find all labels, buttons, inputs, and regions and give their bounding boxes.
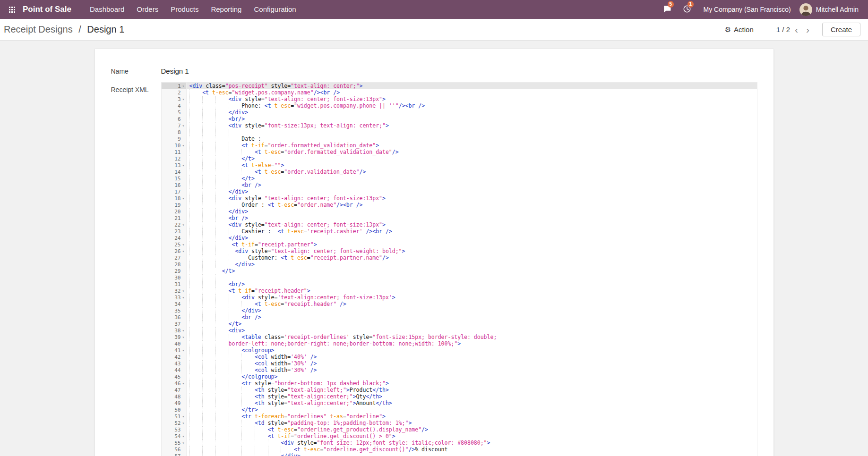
fold-icon[interactable]: ▾ (181, 434, 186, 439)
editor-line[interactable]: 5</div> (162, 109, 757, 116)
editor-line[interactable]: 54▾<t t-if="orderline.get_discount() > 0… (162, 433, 757, 439)
line-number[interactable]: 48 (162, 393, 187, 400)
editor-line[interactable]: 31<br/> (162, 281, 757, 287)
editor-line[interactable]: 50</tr> (162, 406, 757, 413)
line-number[interactable]: 14 (162, 169, 187, 175)
line-number[interactable]: 18▾ (162, 195, 187, 202)
line-number[interactable]: 41▾ (162, 347, 187, 354)
editor-line[interactable]: 28 </div> (162, 261, 757, 268)
line-number[interactable]: 4 (162, 102, 187, 109)
editor-line[interactable]: 9Date : (162, 135, 757, 142)
breadcrumb-parent[interactable]: Receipt Designs (4, 24, 73, 34)
fold-icon[interactable]: ▾ (181, 348, 186, 353)
editor-line[interactable]: 14<t t-esc="order.validation_date"/> (162, 169, 757, 175)
editor-line[interactable]: 55▾<div style="font-size: 12px;font-styl… (162, 439, 757, 446)
fold-icon[interactable]: ▾ (181, 289, 186, 293)
line-number[interactable]: 6 (162, 116, 187, 122)
editor-line[interactable]: 42<col width='40%' /> (162, 354, 757, 360)
fold-icon[interactable]: ▾ (181, 124, 186, 128)
line-number[interactable]: 39▾ (162, 334, 187, 340)
line-number[interactable]: 52▾ (162, 420, 187, 426)
line-number[interactable]: 47 (162, 387, 187, 393)
fold-icon[interactable]: ▾ (181, 381, 186, 386)
editor-line[interactable]: 41▾<colgroup> (162, 347, 757, 354)
menu-configuration[interactable]: Configuration (248, 0, 302, 19)
line-number[interactable]: 17 (162, 188, 187, 195)
fold-icon[interactable]: ▾ (181, 249, 186, 253)
line-number[interactable]: 43 (162, 360, 187, 367)
line-number[interactable]: 56 (162, 446, 187, 453)
editor-line[interactable]: 11<t t-esc="order.formatted_validation_d… (162, 149, 757, 155)
line-number[interactable]: 12 (162, 155, 187, 162)
editor-line[interactable]: 48<th style="text-align:center;">Qty</th… (162, 393, 757, 400)
fold-icon[interactable]: ▾ (181, 163, 186, 168)
line-number[interactable]: 23 (162, 228, 187, 235)
line-number[interactable]: 29 (162, 268, 187, 274)
line-number[interactable]: 16 (162, 182, 187, 188)
editor-line[interactable]: 6<br/> (162, 116, 757, 122)
fold-icon[interactable]: ▾ (181, 296, 186, 300)
editor-line[interactable]: 19Order : <t t-esc="order.name"/><br /> (162, 202, 757, 208)
editor-line[interactable]: 46▾<tr style="border-bottom: 1px dashed … (162, 380, 757, 387)
line-number[interactable]: 49 (162, 400, 187, 406)
line-number[interactable]: 42 (162, 354, 187, 360)
line-number[interactable]: 38▾ (162, 327, 187, 334)
line-number[interactable]: 51▾ (162, 413, 187, 420)
editor-line[interactable]: 45</colgroup> (162, 373, 757, 380)
editor-line[interactable]: 12</t> (162, 155, 757, 162)
line-number[interactable]: 10▾ (162, 142, 187, 149)
line-number[interactable]: 44 (162, 367, 187, 373)
editor-line[interactable]: 17</div> (162, 188, 757, 195)
fold-icon[interactable]: ▾ (181, 84, 186, 88)
editor-line[interactable]: 16<br /> (162, 182, 757, 188)
line-number[interactable]: 40 (162, 340, 187, 347)
line-number[interactable]: 21 (162, 215, 187, 221)
line-number[interactable]: 34 (162, 301, 187, 307)
line-number[interactable]: 20 (162, 208, 187, 215)
editor-line[interactable]: 22▾<div style="text-align: center; font-… (162, 221, 757, 228)
line-number[interactable]: 3▾ (162, 96, 187, 102)
fold-icon[interactable]: ▾ (181, 414, 186, 419)
line-number[interactable]: 57 (162, 453, 187, 456)
editor-line[interactable]: 34<t t-esc="receipt.header" /> (162, 301, 757, 307)
editor-line[interactable]: 15</t> (162, 175, 757, 182)
editor-line[interactable]: 38▾<div> (162, 327, 757, 334)
line-number[interactable]: 55▾ (162, 439, 187, 446)
editor-line[interactable]: 4Phone: <t t-esc="widget.pos.company.pho… (162, 102, 757, 109)
editor-line[interactable]: 1▾<div class="pos-receipt" style="text-a… (162, 83, 757, 89)
line-number[interactable]: 30 (162, 274, 187, 281)
editor-line[interactable]: 20</div> (162, 208, 757, 215)
menu-dashboard[interactable]: Dashboard (84, 0, 130, 19)
line-number[interactable]: 27 (162, 254, 187, 261)
editor-line[interactable]: 53<t t-esc="orderline.get_product().disp… (162, 426, 757, 433)
fold-icon[interactable]: ▾ (181, 243, 186, 247)
receipt-xml-editor[interactable]: 1▾<div class="pos-receipt" style="text-a… (161, 82, 757, 456)
fold-icon[interactable]: ▾ (181, 97, 186, 101)
editor-line[interactable]: 43<col width='30%' /> (162, 360, 757, 367)
editor-line[interactable]: 23Cashier : <t t-esc='receipt.cashier' /… (162, 228, 757, 235)
fold-icon[interactable]: ▾ (181, 441, 186, 445)
line-number[interactable]: 33▾ (162, 294, 187, 301)
line-number[interactable]: 1▾ (162, 83, 187, 89)
editor-line[interactable]: 57</div> (162, 453, 757, 456)
line-number[interactable]: 25▾ (162, 241, 187, 248)
editor-line[interactable]: 39▾<table class='receipt-orderlines' sty… (162, 334, 757, 340)
editor-line[interactable]: 44<col width='30%' /> (162, 367, 757, 373)
editor-line[interactable]: 8 (162, 129, 757, 135)
editor-line[interactable]: 51▾<tr t-foreach="orderlines" t-as="orde… (162, 413, 757, 420)
line-number[interactable]: 31 (162, 281, 187, 287)
line-number[interactable]: 2 (162, 89, 187, 96)
line-number[interactable]: 15 (162, 175, 187, 182)
app-title[interactable]: Point of Sale (23, 5, 71, 14)
fold-icon[interactable]: ▾ (181, 196, 186, 201)
line-number[interactable]: 24 (162, 235, 187, 241)
editor-line[interactable]: 10▾<t t-if="order.formatted_validation_d… (162, 142, 757, 149)
editor-line[interactable]: 29 </t> (162, 268, 757, 274)
editor-line[interactable]: 18▾<div style="text-align: center; font-… (162, 195, 757, 202)
editor-line[interactable]: 7▾<div style="font-size:13px; text-align… (162, 122, 757, 129)
line-number[interactable]: 28 (162, 261, 187, 268)
editor-line[interactable]: 2<t t-esc="widget.pos.company.name"/><br… (162, 89, 757, 96)
editor-line[interactable]: 27 Customer: <t t-esc="receipt.partner.n… (162, 254, 757, 261)
line-number[interactable]: 50 (162, 406, 187, 413)
editor-line[interactable]: 32▾<t t-if="receipt.header"> (162, 287, 757, 294)
